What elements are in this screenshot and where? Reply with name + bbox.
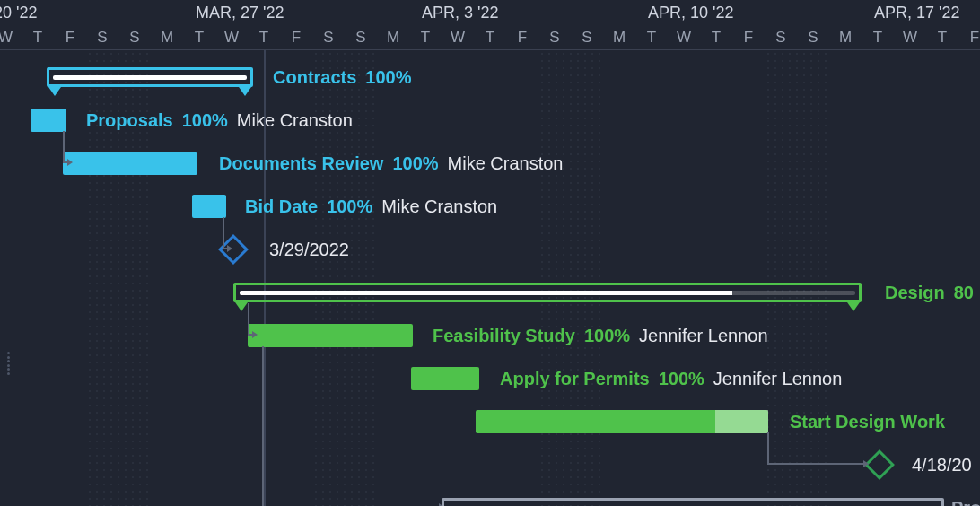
task-name: Documents Review [219,153,383,174]
gantt-row: Design80 [0,273,980,316]
row-label: 4/18/20 [912,452,972,477]
task-bar[interactable] [248,324,413,347]
task-bar[interactable] [31,109,66,132]
day-header: T [409,29,442,47]
dependency-connector [223,217,230,249]
day-header: S [538,29,571,47]
row-label: Bid Date100%Mike Cranston [245,194,497,219]
task-percent: 100% [584,326,630,346]
task-percent: 100% [182,110,228,131]
drag-handle-icon[interactable] [7,352,14,375]
date-header: R, 20 '22 [0,4,37,22]
day-header: F [732,29,765,47]
day-header: W [668,29,700,47]
day-header: F [280,29,312,47]
date-header: APR, 10 '22 [648,4,734,22]
task-bar[interactable] [63,152,197,175]
group-bar[interactable] [442,498,944,506]
dependency-connector [63,131,70,163]
date-header-row: R, 20 '22MAR, 27 '22APR, 3 '22APR, 10 '2… [0,0,980,25]
row-label: Contracts100% [273,65,412,90]
task-bar[interactable] [476,410,768,433]
day-header: S [345,29,377,47]
day-header: T [183,29,215,47]
timeline-header: R, 20 '22MAR, 27 '22APR, 3 '22APR, 10 '2… [0,0,980,50]
gantt-row: Feasibility Study100%Jennifer Lennon [0,316,980,359]
task-name: Pro [951,498,980,507]
task-percent: 80 [954,283,974,303]
day-header: F [506,29,538,47]
task-percent: 100% [365,67,411,88]
task-name: Contracts [273,67,356,88]
task-name: Design [885,283,945,303]
gantt-row: Pro [0,488,980,506]
gantt-row: Apply for Permits100%Jennifer Lennon [0,359,980,402]
day-header: T [22,29,54,47]
task-name: Start Design Work [790,412,945,432]
row-label: Start Design Work [790,409,945,434]
task-assignee: Jennifer Lennon [639,326,767,346]
day-header: T [700,29,732,47]
dependency-connector [262,346,442,506]
group-bar[interactable] [47,67,253,87]
day-header: T [474,29,506,47]
task-percent: 100% [659,369,704,389]
gantt-row: Contracts100% [0,57,980,100]
dependency-connector [767,432,866,465]
day-header-row: WTFSSMTWTFSSMTWTFSSMTWTFSSMTWTF [0,25,980,49]
task-name: Apply for Permits [500,369,650,389]
day-header: W [0,29,22,47]
gantt-row: Documents Review100%Mike Cranston [0,144,980,187]
gantt-row: Bid Date100%Mike Cranston [0,187,980,230]
day-header: T [635,29,668,47]
row-label: Feasibility Study100%Jennifer Lennon [433,323,768,348]
task-percent: 100% [327,196,372,217]
task-assignee: Jennifer Lennon [713,369,842,389]
milestone-date: 4/18/20 [912,455,972,475]
day-header: W [442,29,474,47]
day-header: T [862,29,894,47]
milestone-icon[interactable] [864,449,895,480]
day-header: F [958,29,980,47]
row-label: Documents Review100%Mike Cranston [219,151,563,176]
group-bar[interactable] [233,283,862,302]
date-header: APR, 17 '22 [874,4,960,22]
task-name: Proposals [86,110,173,131]
dependency-connector [248,303,255,336]
day-header: S [86,29,118,47]
task-assignee: Mike Cranston [448,153,564,174]
gantt-rows: Contracts100%Proposals100%Mike CranstonD… [0,50,980,506]
day-header: F [54,29,86,47]
row-label: Apply for Permits100%Jennifer Lennon [500,366,842,391]
gantt-row: Proposals100%Mike Cranston [0,100,980,144]
day-header: S [765,29,797,47]
day-header: M [829,29,862,47]
task-name: Feasibility Study [433,326,575,346]
row-label: Proposals100%Mike Cranston [86,108,353,133]
task-percent: 100% [392,153,438,174]
day-header: S [118,29,151,47]
day-header: T [926,29,958,47]
task-assignee: Mike Cranston [381,196,497,217]
gantt-row: 3/29/2022 [0,230,980,273]
day-header: M [151,29,183,47]
task-assignee: Mike Cranston [237,110,353,131]
day-header: W [215,29,248,47]
task-bar[interactable] [192,195,226,218]
day-header: M [603,29,635,47]
row-label: 3/29/2022 [269,237,349,262]
row-label: Design80 [885,280,974,305]
day-header: S [797,29,829,47]
date-header: MAR, 27 '22 [196,4,284,22]
date-header: APR, 3 '22 [422,4,498,22]
day-header: T [248,29,280,47]
day-header: S [312,29,345,47]
row-label: Pro [951,495,980,506]
milestone-date: 3/29/2022 [269,240,349,260]
day-header: M [377,29,409,47]
day-header: W [894,29,926,47]
day-header: S [571,29,603,47]
task-name: Bid Date [245,196,318,217]
